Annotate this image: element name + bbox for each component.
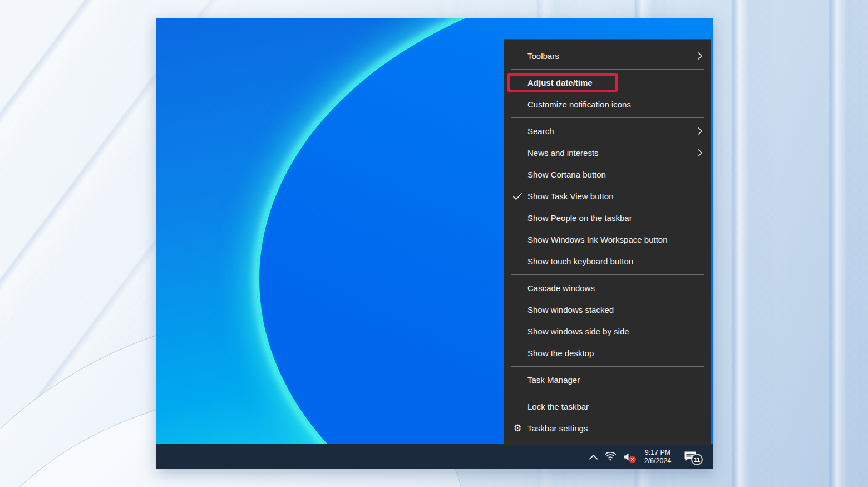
menu-item-show-touch-keyboard-button[interactable]: Show touch keyboard button [504, 250, 711, 272]
windows-screenshot: ✕ 9:17 PM 2/6/2024 11 Toolbars [156, 18, 713, 469]
menu-item-toolbars[interactable]: Toolbars [504, 45, 711, 67]
check-icon [510, 193, 525, 200]
action-center-icon[interactable]: 11 [683, 451, 697, 463]
menu-item-lock-the-taskbar[interactable]: Lock the taskbar [504, 396, 711, 417]
gear-icon: ⚙ [510, 424, 525, 433]
menu-item-show-windows-ink-workspace-button[interactable]: Show Windows Ink Workspace button [504, 229, 711, 250]
menu-separator [511, 274, 704, 275]
menu-item-task-manager[interactable]: Task Manager [504, 369, 711, 391]
menu-item-customize-notification-icons[interactable]: Customize notification icons [504, 94, 711, 115]
chevron-right-icon [697, 126, 703, 136]
chevron-right-icon [697, 51, 703, 61]
menu-separator [511, 393, 704, 393]
menu-item-show-windows-stacked[interactable]: Show windows stacked [504, 299, 711, 321]
wifi-icon[interactable] [604, 452, 617, 461]
volume-muted-icon[interactable]: ✕ [623, 452, 632, 461]
menu-item-show-the-desktop[interactable]: Show the desktop [504, 342, 711, 364]
clock-time: 9:17 PM [638, 449, 677, 457]
menu-item-show-cortana-button[interactable]: Show Cortana button [504, 164, 711, 185]
taskbar-context-menu: Toolbars Adjust date/time Customize noti… [504, 39, 711, 445]
taskbar[interactable]: ✕ 9:17 PM 2/6/2024 11 [156, 444, 713, 469]
menu-item-show-people-on-the-taskbar[interactable]: Show People on the taskbar [504, 207, 711, 229]
menu-item-news-and-interests[interactable]: News and interests [504, 142, 711, 164]
chevron-up-icon[interactable] [589, 454, 598, 460]
volume-mute-x-badge: ✕ [629, 456, 636, 463]
system-tray: ✕ 9:17 PM 2/6/2024 11 [589, 444, 713, 469]
menu-separator [511, 69, 704, 70]
notification-count-badge: 11 [691, 454, 703, 465]
menu-item-show-windows-side-by-side[interactable]: Show windows side by side [504, 321, 711, 342]
menu-separator [511, 117, 704, 118]
menu-separator [511, 366, 704, 367]
menu-item-show-task-view-button[interactable]: Show Task View button [504, 185, 711, 207]
menu-item-taskbar-settings[interactable]: ⚙ Taskbar settings [504, 417, 711, 439]
menu-item-search[interactable]: Search [504, 120, 711, 142]
taskbar-clock[interactable]: 9:17 PM 2/6/2024 [638, 449, 677, 465]
clock-date: 2/6/2024 [638, 457, 677, 465]
menu-item-adjust-date-time[interactable]: Adjust date/time [504, 72, 711, 94]
menu-item-cascade-windows[interactable]: Cascade windows [504, 277, 711, 299]
chevron-right-icon [697, 148, 703, 158]
